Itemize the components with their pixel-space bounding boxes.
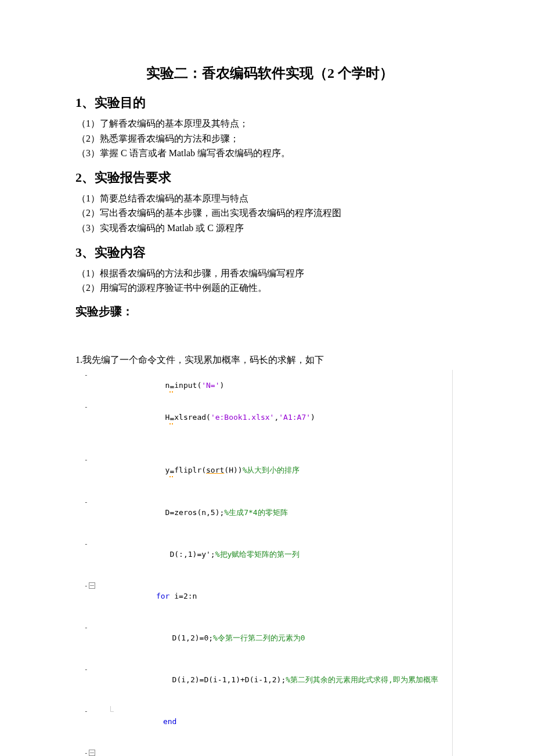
code-line: - D(:,1)=y';%把y赋给零矩阵的第一列 — [84, 539, 464, 570]
code-editor: - n=input('N=') - H=xlsread('e:Book1.xls… — [75, 370, 464, 756]
section-2-header: 2、实验报告要求 — [75, 169, 464, 186]
fold-icon[interactable] — [89, 582, 95, 589]
s2-item-1: （1）简要总结香农编码的基本原理与特点 — [77, 191, 464, 206]
code-fn: fliplr — [174, 466, 201, 474]
fold-icon[interactable] — [89, 750, 95, 756]
s2-item-3: （3）实现香农编码的 Matlab 或 C 源程序 — [77, 221, 464, 236]
code-line: - y=fliplr(sort(H))%从大到小的排序 — [84, 455, 464, 487]
code-line: - n=input('N=') — [84, 370, 464, 402]
code-fn: input — [174, 381, 197, 390]
code-line: - D(i,2)=D(i-1,1)+D(i-1,2);%第二列其余的元素用此式求… — [84, 664, 464, 696]
code-fn: sort — [206, 466, 224, 474]
code-line: - H=xlsread('e:Book1.xlsx','A1:A7') — [84, 402, 464, 434]
code-string: 'A1:A7' — [279, 413, 311, 422]
code-keyword: for — [156, 592, 169, 600]
s3-item-2: （2）用编写的源程序验证书中例题的正确性。 — [77, 280, 464, 296]
code-comment: %把y赋给零矩阵的第一列 — [215, 550, 300, 559]
code-comment: %从大到小的排序 — [243, 466, 300, 474]
steps-header: 实验步骤： — [75, 304, 464, 319]
code-var: n — [165, 381, 170, 390]
code-string: 'e:Book1.xlsx' — [211, 413, 275, 422]
code-line: - for i=1:n — [84, 748, 464, 756]
code-comment: %令第一行第二列的元素为0 — [213, 633, 305, 642]
section-1-header: 1、实验目的 — [75, 94, 464, 111]
s1-item-2: （2）熟悉掌握香农编码的方法和步骤； — [77, 131, 464, 146]
s2-item-2: （2）写出香农编码的基本步骤，画出实现香农编码的程序流程图 — [77, 206, 464, 221]
code-line: - for i=2:n — [84, 581, 464, 612]
code-line: - D=zeros(n,5);%生成7*4的零矩阵 — [84, 497, 464, 528]
code-comment: %第二列其余的元素用此式求得,即为累加概率 — [286, 675, 438, 684]
code-line: - end — [84, 706, 464, 737]
s1-item-1: （1）了解香农编码的基本原理及其特点； — [77, 116, 464, 131]
code-fn: xlsread — [174, 413, 206, 422]
code-var: y — [165, 466, 170, 474]
code-keyword: end — [163, 717, 176, 726]
s3-item-1: （1）根据香农编码的方法和步骤，用香农编码编写程序 — [77, 266, 464, 281]
code-intro: 1.我先编了一个命令文件，实现累加概率，码长的求解，如下 — [75, 354, 464, 366]
document-page: 实验二：香农编码软件实现（2 个学时） 1、实验目的 （1）了解香农编码的基本原… — [0, 0, 534, 756]
document-title: 实验二：香农编码软件实现（2 个学时） — [75, 64, 464, 82]
code-comment: %生成7*4的零矩阵 — [224, 508, 287, 517]
code-string: 'N=' — [201, 381, 219, 390]
code-var: H — [165, 413, 170, 422]
s1-item-3: （3）掌握 C 语言或者 Matlab 编写香农编码的程序。 — [77, 146, 464, 161]
code-line: - D(1,2)=0;%令第一行第二列的元素为0 — [84, 622, 464, 654]
section-3-header: 3、实验内容 — [75, 244, 464, 261]
